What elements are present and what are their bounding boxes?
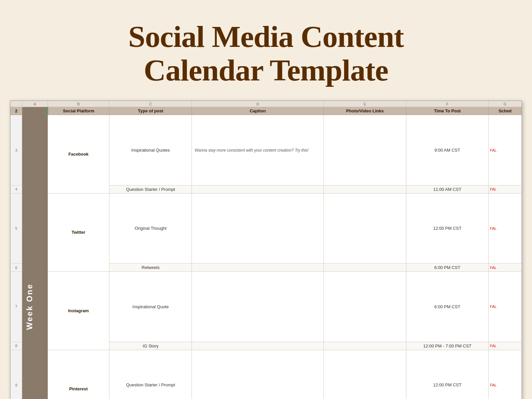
col-header-g: G [488, 101, 521, 107]
week-one-header-row: 2 Week One Social Platform Type of post … [11, 107, 522, 115]
table-row: 9 Pinterest Question Starter / Prompt 12… [11, 350, 522, 399]
caption-3 [192, 193, 324, 263]
header-sched: Sched [488, 107, 521, 115]
header-platform: Social Platform [48, 107, 109, 115]
table-row: 3 Facebook Inspirational Quotes Wanna st… [11, 115, 522, 185]
col-header-row: A B C D E F G [11, 101, 522, 107]
col-header-b: B [48, 101, 109, 107]
post-type-pinterest-q: Question Starter / Prompt [109, 350, 192, 399]
col-header-f: F [406, 101, 488, 107]
caption-2 [192, 185, 324, 193]
caption-6 [192, 342, 324, 350]
week-one-label-cell: Week One [22, 107, 48, 399]
photo-3 [324, 193, 406, 263]
sched-4: FAL [488, 264, 521, 272]
photo-4 [324, 264, 406, 272]
header-caption: Caption [192, 107, 324, 115]
platform-instagram: Instagram [48, 272, 109, 350]
photo-6 [324, 342, 406, 350]
sched-2: FAL [488, 185, 521, 193]
sheet-content: A B C D E F G 2 Week One Social Platform [10, 101, 522, 399]
col-header-rownum [11, 101, 22, 107]
platform-twitter: Twitter [48, 193, 109, 271]
post-type-retweets: Retweets [109, 264, 192, 272]
platform-pinterest: Pinterest [48, 350, 109, 399]
post-type-inspirational: Inspirational Quotes [109, 115, 192, 185]
post-type-question: Question Starter / Prompt [109, 185, 192, 193]
photo-1 [324, 115, 406, 185]
platform-facebook: Facebook [48, 115, 109, 193]
sched-7: FAL [488, 350, 521, 399]
time-7: 12:00 PM CST [406, 350, 488, 399]
table-row: 5 Twitter Original Thought 12:00 PM CST … [11, 193, 522, 263]
sheet-table: A B C D E F G 2 Week One Social Platform [10, 101, 522, 399]
sched-6: FAL [488, 342, 521, 350]
week-one-rotated-label: Week One [22, 107, 37, 399]
header-post-type: Type of post [109, 107, 192, 115]
caption-inspirational: Wanna stay more consistent with your con… [192, 115, 324, 185]
sched-1: FAL [488, 115, 521, 185]
time-4: 6:00 PM CST [406, 264, 488, 272]
caption-7 [192, 350, 324, 399]
header-time: Time To Post [406, 107, 488, 115]
col-header-a: A [22, 101, 48, 107]
table-row: 7 Instagram Inspirational Quote 6:00 PM … [11, 272, 522, 342]
photo-2 [324, 185, 406, 193]
time-6: 12:00 PM - 7:00 PM CST [406, 342, 488, 350]
row-num-2: 2 [11, 107, 22, 115]
time-3: 12:00 PM CST [406, 193, 488, 263]
caption-4 [192, 264, 324, 272]
time-5: 6:00 PM CST [406, 272, 488, 342]
time-1: 9:00 AM CST [406, 115, 488, 185]
main-title: Social Media Content Calendar Template [27, 20, 505, 87]
col-header-c: C [109, 101, 192, 107]
caption-5 [192, 272, 324, 342]
sched-3: FAL [488, 193, 521, 263]
time-2: 11:00 AM CST [406, 185, 488, 193]
col-header-e: E [324, 101, 406, 107]
spreadsheet-wrapper: A B C D E F G 2 Week One Social Platform [10, 100, 522, 399]
col-header-d: D [192, 101, 324, 107]
photo-7 [324, 350, 406, 399]
post-type-ig-story: IG Story [109, 342, 192, 350]
sched-5: FAL [488, 272, 521, 342]
photo-5 [324, 272, 406, 342]
header-photo: Photo/Video Links [324, 107, 406, 115]
post-type-original: Original Thought [109, 193, 192, 263]
post-type-ig-quote: Inspirational Quote [109, 272, 192, 342]
title-area: Social Media Content Calendar Template [0, 0, 532, 100]
